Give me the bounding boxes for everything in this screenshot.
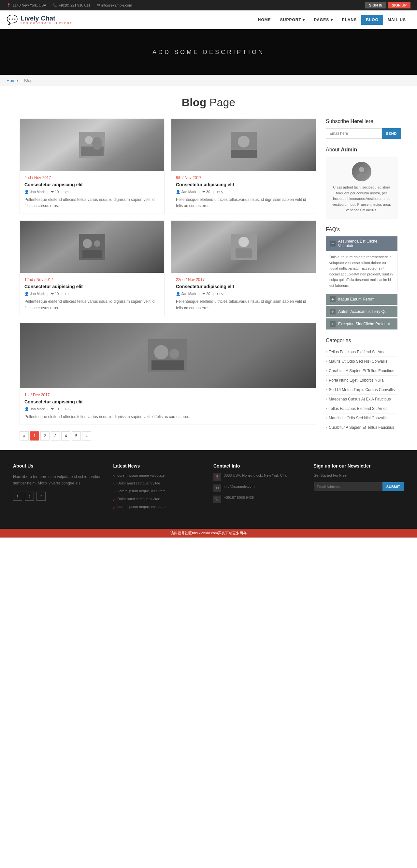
footer-latest-news: Latest News Lorem ipsum neque vulputate … — [113, 463, 204, 513]
faq-header[interactable]: + Excepturi Sint Cliche Proident — [326, 318, 397, 330]
logo-subtitle: FOR CUSTOMER SUPPORT — [21, 22, 72, 25]
logo-text: Lively Chat FOR CUSTOMER SUPPORT — [21, 14, 72, 25]
faq-item: − Assumenda Est Cliche Voluptate Duis au… — [326, 236, 397, 292]
faq-label: Excepturi Sint Cliche Proident — [338, 322, 390, 326]
subscribe-form: SEND — [326, 128, 397, 139]
category-link[interactable]: Porta Nunc Eget, Lobortis Nulla — [329, 378, 383, 382]
pagination-page[interactable]: 5 — [72, 431, 81, 440]
footer-grid: About Us Nam libero tempore cum vulputat… — [13, 463, 404, 513]
blog-author: 👤 Jan Mark — [176, 292, 196, 296]
facebook-icon[interactable]: f — [13, 492, 22, 501]
blog-card-image — [171, 221, 316, 273]
footer-contact: Contact Info 📍 3088 USA, Honey block, Ne… — [213, 463, 304, 513]
header: 💬 Lively Chat FOR CUSTOMER SUPPORT HOME … — [0, 10, 417, 29]
blog-card-title: Consectetur adipiscing elit — [176, 284, 311, 289]
faq-widget: FAQ's − Assumenda Est Cliche Voluptate D… — [326, 227, 397, 330]
categories-title: Categories — [326, 338, 397, 343]
category-link[interactable]: Sed Ut Metus Turpis Cursus Convallis — [329, 388, 394, 392]
blog-card: 12nd / Nov 2017 Consectetur adipiscing e… — [20, 220, 165, 316]
breadcrumb-home[interactable]: Home — [6, 78, 18, 83]
pagination-next[interactable]: » — [82, 431, 91, 440]
footer-news-item: Dolor amet sed quam vitae — [113, 497, 204, 502]
blog-tags: 🏷 5 — [216, 190, 223, 194]
blog-likes: ❤ 20 — [202, 292, 210, 296]
email-icon: ✉ — [213, 485, 221, 492]
category-arrow-icon: › — [326, 397, 327, 401]
footer-social: f t r — [13, 492, 103, 501]
twitter-icon[interactable]: t — [25, 492, 34, 501]
blog-card-title: Consectetur adipiscing elit — [24, 284, 160, 289]
pagination-page[interactable]: 1 — [30, 431, 39, 440]
category-link[interactable]: Tellus Faucibus Eleifend Sit Amet — [329, 406, 386, 411]
category-item: ›Porta Nunc Eget, Lobortis Nulla — [326, 376, 397, 385]
footer-news-title: Latest News — [113, 463, 204, 468]
category-arrow-icon: › — [326, 416, 327, 420]
category-arrow-icon: › — [326, 360, 327, 363]
nav-plans[interactable]: PLANS — [337, 15, 362, 25]
category-arrow-icon: › — [326, 426, 327, 429]
hero-section: Add Some Description — [0, 29, 417, 75]
blog-author: 👤 Jan Mark — [176, 190, 196, 194]
nav-mail-us[interactable]: MAIL US — [383, 15, 411, 25]
signup-button[interactable]: SIGN UP — [388, 2, 411, 8]
svg-point-9 — [94, 240, 100, 247]
blog-date: 9th / Nov 2017 — [176, 176, 311, 180]
blog-likes: ❤ 10 — [51, 407, 59, 411]
blog-text: Pellentesque eleifend ultricies tellus,v… — [176, 197, 311, 209]
category-link[interactable]: Mauris Ut Odio Sed Nisi Convallis — [329, 416, 387, 420]
blog-posts: 2nd / Nov 2017 Consectetur adipiscing el… — [20, 119, 316, 440]
subscribe-input[interactable] — [326, 128, 382, 139]
nav-blog[interactable]: BLOG — [361, 15, 383, 25]
signin-button[interactable]: SIGN IN — [365, 2, 386, 8]
blog-card: 22nd / Nov 2017 Consectetur adipiscing e… — [171, 220, 316, 316]
blog-card-body: 12nd / Nov 2017 Consectetur adipiscing e… — [20, 273, 164, 315]
blog-author: 👤 Jan Mark — [24, 190, 44, 194]
footer: About Us Nam libero tempore cum vulputat… — [0, 450, 417, 529]
category-link[interactable]: Tellus Faucibus Eleifend Sit Amet — [329, 350, 386, 354]
nav-home[interactable]: HOME — [254, 15, 276, 25]
faq-header[interactable]: + Itaque Earum Rerum — [326, 294, 397, 305]
faq-header[interactable]: + Autem Accusamus Terry Qui — [326, 306, 397, 317]
blog-tags: 🏷 5 — [65, 190, 71, 194]
logo-title: Lively Chat — [21, 14, 72, 22]
pagination-prev[interactable]: « — [20, 431, 29, 440]
blog-image-placeholder — [20, 119, 164, 171]
category-link[interactable]: Maecenas Cursus At Ex A Faucibus — [329, 397, 391, 401]
blog-likes: ❤ 10 — [51, 292, 59, 296]
category-arrow-icon: › — [326, 369, 327, 372]
faq-title: FAQ's — [326, 227, 397, 232]
newsletter-button[interactable]: SUBMIT — [383, 482, 404, 491]
faq-label: Itaque Earum Rerum — [338, 297, 374, 302]
subscribe-button[interactable]: SEND — [382, 128, 401, 139]
category-link[interactable]: Curabitur A Sapien Et Tellus Faucibus — [329, 425, 394, 430]
pagination-page[interactable]: 2 — [40, 431, 50, 440]
category-link[interactable]: Curabitur A Sapien Et Tellus Faucibus — [329, 369, 394, 373]
svg-point-15 — [154, 345, 169, 360]
nav-pages[interactable]: PAGES ▾ — [309, 15, 337, 25]
nav-support[interactable]: SUPPORT ▾ — [276, 15, 309, 25]
footer-newsletter: Sign up for our Newsletter Get Started F… — [314, 463, 404, 513]
breadcrumb-separator: | — [21, 78, 22, 83]
category-item: ›Mauris Ut Odio Sed Nisi Convallis — [326, 357, 397, 366]
category-item: ›Mauris Ut Odio Sed Nisi Convallis — [326, 413, 397, 423]
page-title: Blog Page — [20, 96, 397, 109]
faq-item: + Excepturi Sint Cliche Proident — [326, 318, 397, 330]
footer-news-item: Lorem ipsum neque, vulputate — [113, 489, 204, 494]
footer-about-text: Nam libero tempore cum vulputate id est … — [13, 473, 103, 487]
category-link[interactable]: Mauris Ut Odio Sed Nisi Convallis — [329, 359, 387, 364]
svg-point-1 — [85, 136, 93, 144]
faq-header[interactable]: − Assumenda Est Cliche Voluptate — [326, 236, 397, 251]
address-info: 📍 1143 New York, USA — [6, 3, 46, 7]
blog-card: 9th / Nov 2017 Consectetur adipiscing el… — [171, 119, 316, 214]
faq-plus-icon: + — [330, 321, 335, 327]
footer-news-item: Lorem ipsum neque vulputate — [113, 473, 204, 478]
pagination-page[interactable]: 3 — [51, 431, 60, 440]
blog-text: Pellentesque eleifend ultricies tellus,v… — [24, 299, 160, 311]
svg-rect-10 — [83, 250, 102, 258]
newsletter-input[interactable] — [314, 482, 383, 491]
email-info: ✉ info@example.com — [97, 3, 132, 7]
category-arrow-icon: › — [326, 350, 327, 353]
rss-icon[interactable]: r — [36, 492, 46, 501]
subscribe-widget: Subscribe HereHere SEND — [326, 119, 397, 139]
pagination-page[interactable]: 4 — [61, 431, 70, 440]
